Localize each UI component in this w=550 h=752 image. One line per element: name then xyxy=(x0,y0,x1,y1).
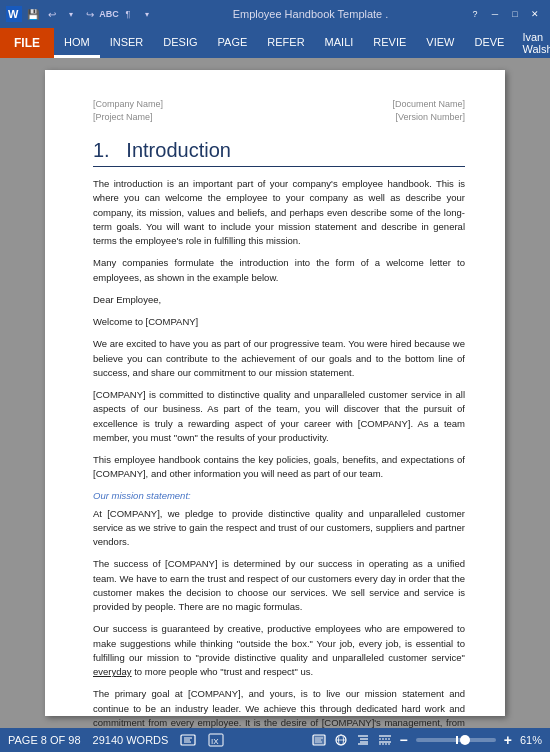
word-count[interactable]: 29140 WORDS xyxy=(93,734,169,746)
tab-design[interactable]: DESIG xyxy=(153,28,207,58)
file-tab[interactable]: FILE xyxy=(0,28,54,58)
svg-text:IX: IX xyxy=(211,737,219,746)
document-page: [Company Name] [Project Name] [Document … xyxy=(45,70,505,716)
project-name-placeholder: [Project Name] xyxy=(93,111,163,124)
word-count-label: 29140 WORDS xyxy=(93,734,169,746)
page-count-label: PAGE 8 OF 98 xyxy=(8,734,81,746)
track-changes-icon[interactable] xyxy=(180,733,196,747)
zoom-in-button[interactable]: + xyxy=(504,732,512,748)
tab-review[interactable]: REVIE xyxy=(363,28,416,58)
tab-references[interactable]: REFER xyxy=(257,28,314,58)
zoom-slider[interactable] xyxy=(416,738,496,742)
undo-icon[interactable]: ↩ xyxy=(44,6,60,22)
page-header: [Company Name] [Project Name] [Document … xyxy=(93,98,465,123)
paragraph-handbook: This employee handbook contains the key … xyxy=(93,453,465,482)
tab-view[interactable]: VIEW xyxy=(416,28,464,58)
paragraph-1: The introduction is an important part of… xyxy=(93,177,465,248)
mission-paragraph-3: Our success is guaranteed by creative, p… xyxy=(93,622,465,679)
save-icon[interactable]: 💾 xyxy=(25,6,41,22)
tab-insert[interactable]: INSER xyxy=(100,28,154,58)
zoom-thumb[interactable] xyxy=(460,735,470,745)
tab-page[interactable]: PAGE xyxy=(208,28,258,58)
view-web-icon[interactable] xyxy=(334,733,348,747)
header-left: [Company Name] [Project Name] xyxy=(93,98,163,123)
help-button[interactable]: ? xyxy=(466,6,484,22)
paragraph-excited: We are excited to have you as part of ou… xyxy=(93,337,465,380)
document-title: Employee Handbook Template . xyxy=(159,8,462,20)
zoom-center-tick xyxy=(456,736,458,744)
mission-label: Our mission statement: xyxy=(93,490,465,501)
user-name: Ivan Walsh xyxy=(522,31,550,55)
document-area: [Company Name] [Project Name] [Document … xyxy=(0,58,550,728)
maximize-button[interactable]: □ xyxy=(506,6,524,22)
mission-paragraph-4: The primary goal at [COMPANY], and yours… xyxy=(93,687,465,728)
document-scroll[interactable]: [Company Name] [Project Name] [Document … xyxy=(0,58,550,728)
tab-mailings[interactable]: MAILI xyxy=(315,28,364,58)
view-print-icon[interactable] xyxy=(312,733,326,747)
section-title: 1. Introduction xyxy=(93,139,465,167)
status-bar: PAGE 8 OF 98 29140 WORDS IX xyxy=(0,728,550,752)
ribbon: FILE HOM INSER DESIG PAGE REFER MAILI RE… xyxy=(0,28,550,58)
tab-home[interactable]: HOM xyxy=(54,28,100,58)
view-draft-icon[interactable] xyxy=(378,733,392,747)
dropdown-icon[interactable]: ▾ xyxy=(139,6,155,22)
redo-icon[interactable]: ↪ xyxy=(82,6,98,22)
underline-everyday: everyday xyxy=(93,666,132,677)
title-bar: W 💾 ↩ ▾ ↪ ABC ¶ ▾ Employee Handbook Temp… xyxy=(0,0,550,28)
header-right: [Document Name] [Version Number] xyxy=(392,98,465,123)
mission-paragraph-1: At [COMPANY], we pledge to provide disti… xyxy=(93,507,465,550)
window-controls: ? ─ □ ✕ xyxy=(466,6,544,22)
paragraph-2: Many companies formulate the introductio… xyxy=(93,256,465,285)
paragraph-welcome: Welcome to [COMPANY] xyxy=(93,315,465,329)
document-name-placeholder: [Document Name] xyxy=(392,98,465,111)
version-number-placeholder: [Version Number] xyxy=(392,111,465,124)
title-bar-icons: W 💾 ↩ ▾ ↪ ABC ¶ ▾ xyxy=(6,6,155,22)
word-icon: W xyxy=(6,6,22,22)
format-icon[interactable]: ¶ xyxy=(120,6,136,22)
paragraph-committed: [COMPANY] is committed to distinctive qu… xyxy=(93,388,465,445)
zoom-out-button[interactable]: − xyxy=(400,732,408,748)
page-count[interactable]: PAGE 8 OF 98 xyxy=(8,734,81,746)
close-button[interactable]: ✕ xyxy=(526,6,544,22)
section-number: 1. xyxy=(93,139,110,161)
mission-paragraph-2: The success of [COMPANY] is determined b… xyxy=(93,557,465,614)
user-info: Ivan Walsh K xyxy=(514,28,550,58)
tab-developer[interactable]: DEVE xyxy=(464,28,514,58)
view-outline-icon[interactable] xyxy=(356,733,370,747)
undo-arrow-icon[interactable]: ▾ xyxy=(63,6,79,22)
company-name-placeholder: [Company Name] xyxy=(93,98,163,111)
section-heading: Introduction xyxy=(126,139,231,161)
status-right: − + 61% xyxy=(312,732,542,748)
paragraph-dear: Dear Employee, xyxy=(93,293,465,307)
language-icon[interactable]: IX xyxy=(208,733,224,747)
spellcheck-icon[interactable]: ABC xyxy=(101,6,117,22)
zoom-level[interactable]: 61% xyxy=(520,734,542,746)
svg-text:W: W xyxy=(8,8,19,20)
minimize-button[interactable]: ─ xyxy=(486,6,504,22)
